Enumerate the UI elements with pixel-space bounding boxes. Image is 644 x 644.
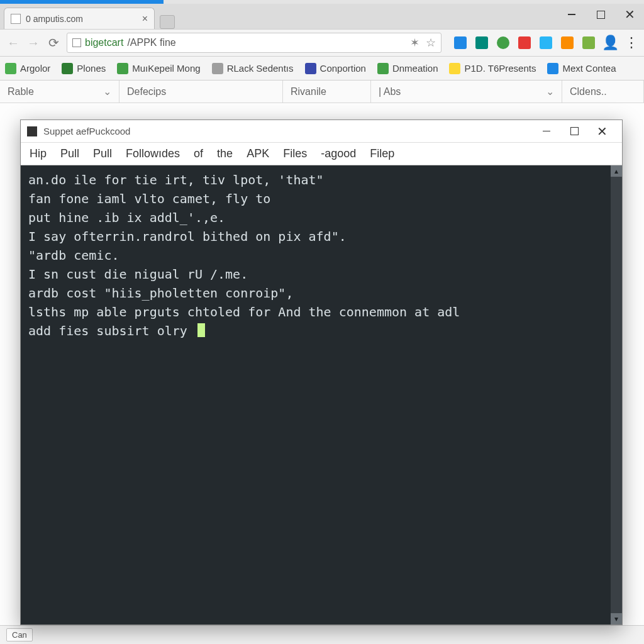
translate-icon[interactable]: ✶: [410, 36, 419, 50]
scrollbar-down-icon[interactable]: ▾: [611, 613, 622, 625]
column-header[interactable]: Cldens..: [562, 80, 644, 103]
tab-strip: 0 amputis.com × ✕: [0, 4, 644, 29]
extension-icon[interactable]: [582, 36, 595, 49]
bookmark-label: RLack Sedentıs: [227, 63, 294, 74]
bookmark-label: P1D. T6Presents: [464, 63, 536, 74]
terminal-titlebar[interactable]: Suppet aefPuckcood ✕: [21, 120, 622, 143]
browser-tab[interactable]: 0 amputis.com ×: [4, 8, 155, 29]
extension-icon[interactable]: [561, 36, 574, 49]
url-host: bigetcart: [85, 37, 123, 48]
chevron-down-icon: ⌄: [103, 86, 111, 97]
status-label: Can: [6, 628, 33, 641]
extension-icon[interactable]: [518, 36, 531, 49]
scrollbar-up-icon[interactable]: ▴: [611, 165, 622, 177]
terminal-menu-item[interactable]: Hip: [30, 147, 47, 160]
column-header[interactable]: Rivanile: [283, 80, 371, 103]
column-header[interactable]: Defecips: [119, 80, 283, 103]
tab-title: 0 amputis.com: [26, 14, 83, 24]
terminal-title: Suppet aefPuckcood: [43, 126, 130, 136]
bookmark-item[interactable]: P1D. T6Presents: [449, 63, 536, 74]
bookmark-item[interactable]: MuıKepeil Mong: [117, 63, 200, 74]
terminal-cursor: [197, 323, 205, 337]
terminal-menu-bar: Hip Pull Pull Followıdes of the APK File…: [21, 143, 622, 165]
terminal-menu-item[interactable]: Files: [283, 147, 307, 160]
terminal-minimize-button[interactable]: [533, 120, 560, 143]
column-header[interactable]: | Abs⌄: [371, 80, 562, 103]
new-tab-button[interactable]: [160, 15, 175, 29]
bookmark-label: Conportion: [320, 63, 366, 74]
forward-button[interactable]: →: [26, 36, 40, 50]
bookmark-item[interactable]: RLack Sedentıs: [212, 63, 294, 74]
terminal-window: Suppet aefPuckcood ✕ Hip Pull Pull Follo…: [20, 119, 623, 625]
terminal-window-controls: ✕: [533, 120, 616, 143]
extension-icon[interactable]: [497, 36, 509, 49]
window-close-button[interactable]: ✕: [615, 4, 644, 25]
address-bar[interactable]: bigetcart /APPK fine ✶ ☆: [67, 33, 441, 53]
bookmark-label: Plones: [77, 63, 106, 74]
terminal-app-icon: [27, 126, 37, 136]
site-info-icon[interactable]: [72, 38, 81, 47]
terminal-menu-item[interactable]: Followıdes: [126, 147, 180, 160]
reload-button[interactable]: ⟳: [47, 36, 60, 50]
kebab-menu-icon[interactable]: ⋮: [625, 36, 638, 49]
bookmarks-bar: Argolor Plones MuıKepeil Mong RLack Sede…: [0, 57, 644, 80]
terminal-maximize-button[interactable]: [560, 120, 588, 143]
column-header[interactable]: Rable⌄: [0, 80, 119, 103]
bookmark-item[interactable]: Plones: [62, 63, 106, 74]
bookmark-star-icon[interactable]: ☆: [426, 36, 436, 50]
terminal-close-button[interactable]: ✕: [588, 120, 616, 143]
bookmark-label: Mext Contea: [562, 63, 616, 74]
page-favicon: [11, 14, 21, 24]
nav-toolbar: ← → ⟳ bigetcart /APPK fine ✶ ☆ 👤 ⋮: [0, 29, 644, 57]
extension-icon[interactable]: [475, 36, 488, 49]
omnibox-actions: ✶ ☆: [410, 36, 436, 50]
chevron-down-icon: ⌄: [546, 86, 554, 97]
bookmark-label: Dnmeation: [392, 63, 438, 74]
extension-icon[interactable]: [454, 36, 467, 49]
terminal-scrollbar[interactable]: ▴ ▾: [611, 165, 622, 625]
terminal-menu-item[interactable]: Pull: [60, 147, 79, 160]
terminal-menu-item[interactable]: of: [194, 147, 203, 160]
terminal-body[interactable]: an.do ile for tie irt, tiv lpot, 'that" …: [21, 165, 622, 625]
terminal-menu-item[interactable]: Pull: [93, 147, 112, 160]
terminal-menu-item[interactable]: the: [217, 147, 233, 160]
terminal-menu-item[interactable]: -agood: [321, 147, 356, 160]
window-minimize-button[interactable]: [557, 4, 586, 25]
terminal-output: an.do ile for tie irt, tiv lpot, 'that" …: [21, 165, 622, 345]
status-bar: Can: [0, 625, 644, 644]
extension-row: 👤 ⋮: [448, 36, 638, 49]
bookmark-item[interactable]: Argolor: [5, 63, 50, 74]
bookmark-item[interactable]: Conportion: [305, 63, 366, 74]
bookmark-label: MuıKepeil Mong: [132, 63, 200, 74]
url-path: /APPK fine: [127, 37, 175, 48]
window-controls: ✕: [557, 4, 644, 29]
column-headers: Rable⌄ Defecips Rivanile | Abs⌄ Cldens..: [0, 80, 644, 103]
window-maximize-button[interactable]: [586, 4, 615, 25]
bookmark-item[interactable]: Dnmeation: [377, 63, 438, 74]
terminal-menu-item[interactable]: APK: [247, 147, 269, 160]
profile-icon[interactable]: 👤: [604, 36, 616, 49]
terminal-menu-item[interactable]: Filep: [370, 147, 394, 160]
tab-close-icon[interactable]: ×: [142, 13, 148, 25]
extension-icon[interactable]: [540, 36, 552, 49]
back-button[interactable]: ←: [6, 36, 20, 50]
bookmark-item[interactable]: Mext Contea: [547, 63, 616, 74]
bookmark-label: Argolor: [20, 63, 50, 74]
